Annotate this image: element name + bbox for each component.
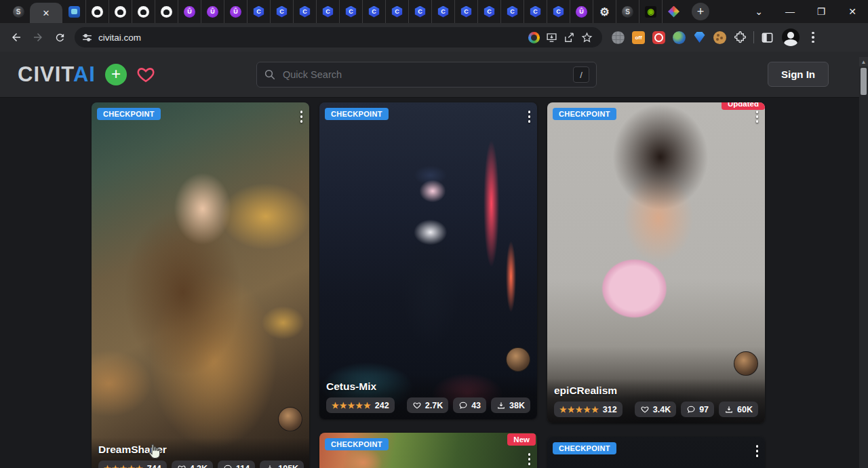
card-menu-icon[interactable] <box>756 445 759 457</box>
creator-avatar[interactable] <box>734 351 758 376</box>
side-panel-icon[interactable] <box>761 31 774 44</box>
tab-github[interactable] <box>85 0 108 23</box>
model-card[interactable]: CHECKPOINTCetus-Mix★★★★★2422.7K4338K <box>319 102 537 419</box>
tab-swirl[interactable] <box>616 0 639 23</box>
create-plus-button[interactable]: + <box>105 64 127 85</box>
back-icon[interactable] <box>5 26 27 48</box>
recorder-extension-icon[interactable] <box>652 31 665 44</box>
creator-avatar[interactable] <box>278 407 302 431</box>
civitai-favicon-icon <box>253 6 264 18</box>
restore-button[interactable]: ❐ <box>806 0 837 23</box>
install-app-icon[interactable] <box>542 28 560 46</box>
extensions-puzzle-icon[interactable] <box>734 31 747 44</box>
tab-ultra[interactable] <box>201 0 224 23</box>
page-scrollbar[interactable]: ▲ <box>859 57 868 468</box>
search-input[interactable]: Quick Search / <box>256 62 597 87</box>
civitai-favicon-icon <box>530 6 541 18</box>
tab-civitai[interactable] <box>431 0 454 23</box>
tab-civitai[interactable] <box>408 0 431 23</box>
tab-civitai[interactable] <box>270 0 293 23</box>
tab-ultra[interactable] <box>224 0 247 23</box>
tab-civitai[interactable] <box>339 0 362 23</box>
civitai-logo[interactable]: CIVITAI <box>18 62 96 87</box>
likes-count: 4.3K <box>190 464 208 468</box>
civitai-favicon-icon <box>391 6 403 18</box>
tab-civitai[interactable] <box>385 0 408 23</box>
url-text[interactable]: civitai.com <box>98 33 525 43</box>
google-lens-icon[interactable] <box>525 28 542 46</box>
support-heart-icon[interactable] <box>136 66 155 83</box>
sign-in-button[interactable]: Sign In <box>768 62 829 87</box>
tab-gear[interactable] <box>593 0 616 23</box>
off-badge-extension-icon[interactable]: off <box>632 31 645 44</box>
model-card[interactable]: CHECKPOINTNew <box>319 433 537 468</box>
card-menu-icon[interactable] <box>756 111 759 123</box>
tab-github[interactable] <box>155 0 178 23</box>
site-settings-icon[interactable] <box>81 32 93 43</box>
github-favicon-icon <box>138 6 149 18</box>
likes-pill: 3.4K <box>635 402 676 417</box>
downloads-count: 38K <box>509 401 525 410</box>
rating-pill: ★★★★★312 <box>554 402 623 417</box>
tab-civitai[interactable] <box>247 0 270 23</box>
browser-menu-icon[interactable] <box>805 32 821 43</box>
earth-extension-icon[interactable] <box>673 31 686 44</box>
bookmark-star-icon[interactable] <box>578 28 595 46</box>
tab-close-icon[interactable]: ✕ <box>43 9 50 18</box>
tab-briefcase[interactable] <box>62 0 85 23</box>
browser-toolbar: civitai.com off <box>0 23 868 52</box>
tab-github[interactable] <box>132 0 155 23</box>
tab-civitai[interactable] <box>454 0 477 23</box>
swirl-favicon-icon <box>13 6 24 18</box>
reload-icon[interactable] <box>49 26 71 48</box>
tab-civitai[interactable] <box>362 0 385 23</box>
gem-favicon-icon <box>668 6 679 18</box>
downloads-pill: 38K <box>491 397 530 413</box>
civitai-favicon-icon <box>414 6 426 18</box>
card-menu-icon[interactable] <box>528 111 531 123</box>
address-bar[interactable]: civitai.com <box>75 27 602 47</box>
tab-civitai[interactable] <box>293 0 316 23</box>
tab-civitai[interactable] <box>477 0 500 23</box>
gem-extension-icon[interactable] <box>693 31 706 44</box>
model-card[interactable]: CHECKPOINTUpdatedepiCRealism★★★★★3123.4K… <box>547 102 765 423</box>
cookie-extension-icon[interactable] <box>713 31 726 44</box>
model-card[interactable]: CHECKPOINTDreamShaper★★★★★7444.3K114105K <box>92 102 309 468</box>
scrollbar-thumb[interactable] <box>861 68 867 95</box>
close-window-button[interactable]: ✕ <box>837 0 868 23</box>
minimize-button[interactable]: — <box>774 0 806 23</box>
tab-civitai[interactable] <box>500 0 524 23</box>
heart-icon <box>640 405 650 414</box>
tab-ultra[interactable] <box>178 0 201 23</box>
search-placeholder: Quick Search <box>283 69 573 80</box>
card-menu-icon[interactable] <box>300 111 303 123</box>
creator-avatar[interactable] <box>506 347 530 372</box>
model-card[interactable]: CHECKPOINTATIREINE ✦ <box>547 437 765 468</box>
tab-nvidia[interactable] <box>639 0 662 23</box>
model-title[interactable]: epiCRealism <box>554 385 758 397</box>
model-image <box>92 102 309 468</box>
forward-icon[interactable] <box>27 26 49 48</box>
heart-icon <box>412 401 422 410</box>
share-icon[interactable] <box>560 28 578 46</box>
comments-count: 43 <box>471 401 481 410</box>
model-title[interactable]: Cetus-Mix <box>326 381 530 393</box>
tab-search-chevron-icon[interactable]: ⌄ <box>743 0 774 23</box>
tab-ultra[interactable] <box>570 0 593 23</box>
toolbar-divider <box>753 31 754 43</box>
card-menu-icon[interactable] <box>528 453 531 465</box>
new-tab-button[interactable]: + <box>692 3 709 20</box>
scrollbar-up-arrow[interactable]: ▲ <box>859 57 868 66</box>
active-tab[interactable]: ✕ <box>30 3 62 23</box>
tab-swirl[interactable] <box>7 0 30 23</box>
model-title[interactable]: DreamShaper <box>98 444 302 456</box>
rating-count: 312 <box>603 405 617 414</box>
tab-civitai[interactable] <box>316 0 339 23</box>
tab-civitai[interactable] <box>547 0 570 23</box>
tab-civitai[interactable] <box>524 0 547 23</box>
globe-extension-icon[interactable] <box>612 31 625 44</box>
card-footer: Cetus-Mix★★★★★2422.7K4338K <box>319 374 537 419</box>
profile-avatar[interactable] <box>782 28 800 46</box>
tab-github[interactable] <box>108 0 132 23</box>
tab-gem[interactable] <box>662 0 685 23</box>
